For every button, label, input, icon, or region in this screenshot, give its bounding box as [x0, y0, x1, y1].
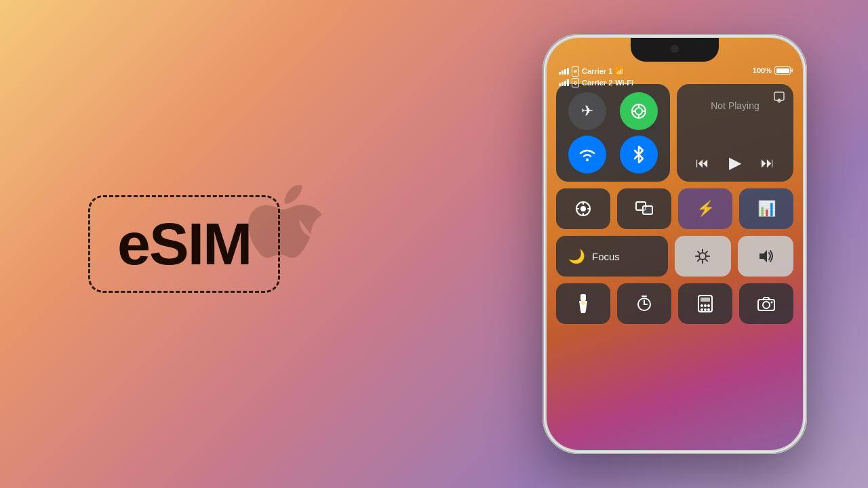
carrier1-row: e Carrier 1 📶	[559, 66, 633, 77]
phone-frame: e Carrier 1 📶 e Carrier 2 Wi-Fi	[542, 34, 807, 454]
svg-point-6	[586, 159, 589, 161]
esim-indicator-2: e	[572, 78, 579, 88]
svg-point-36	[701, 304, 703, 307]
svg-rect-13	[587, 208, 590, 209]
svg-marker-7	[776, 98, 782, 101]
carrier1-label: Carrier 1	[582, 67, 612, 75]
svg-point-44	[771, 302, 773, 304]
battery-icon	[774, 66, 791, 75]
focus-label: Focus	[592, 251, 620, 262]
control-center: ✈	[556, 84, 793, 441]
phone-notch	[631, 38, 719, 62]
signal-bar-c2-3	[564, 81, 566, 86]
svg-point-40	[704, 308, 707, 311]
carrier2-signal	[559, 79, 569, 86]
media-controls: ⏮ ▶ ⏭	[686, 153, 784, 172]
bluetooth-button[interactable]	[620, 136, 658, 174]
row-connectivity-media: ✈	[556, 84, 793, 182]
shortcut2-button[interactable]: 📊	[739, 188, 793, 229]
svg-point-16	[699, 253, 706, 260]
phone-screen: e Carrier 1 📶 e Carrier 2 Wi-Fi	[547, 38, 803, 450]
signal-bar-1	[559, 72, 561, 75]
battery-percent: 100%	[753, 66, 772, 75]
calculator-icon	[698, 295, 713, 312]
camera-icon	[757, 296, 775, 311]
svg-rect-26	[580, 294, 586, 301]
signal-bar-c2-1	[559, 83, 561, 86]
carrier2-label: Carrier 2	[582, 79, 612, 87]
svg-line-21	[698, 251, 699, 253]
signal-bar-2	[561, 70, 564, 75]
wifi-icon	[578, 147, 596, 162]
timer-button[interactable]	[617, 283, 671, 324]
screen-mirror-icon	[635, 201, 653, 216]
battery-fill	[776, 68, 789, 73]
svg-point-37	[704, 304, 707, 307]
row-focus-sliders: 🌙 Focus	[556, 236, 793, 277]
camera-button[interactable]	[739, 283, 793, 324]
esim-badge: eSIM	[88, 195, 280, 293]
screen-lock-button[interactable]	[556, 188, 610, 229]
shortcut1-button[interactable]: ⚡	[678, 188, 732, 229]
carrier2-wifi: Wi-Fi	[615, 79, 633, 87]
svg-line-23	[698, 260, 699, 261]
screen-lock-icon	[575, 201, 591, 217]
svg-point-1	[635, 108, 642, 115]
calculator-button[interactable]	[678, 283, 732, 324]
svg-rect-11	[583, 213, 584, 216]
flashlight-button[interactable]	[556, 283, 610, 324]
cellular-button[interactable]	[620, 92, 658, 130]
svg-point-9	[580, 206, 586, 211]
airplane-mode-button[interactable]: ✈	[568, 92, 606, 130]
svg-point-39	[701, 308, 703, 311]
signal-bar-c2-4	[567, 79, 569, 86]
timer-icon	[636, 296, 652, 312]
focus-button[interactable]: 🌙 Focus	[556, 236, 668, 277]
row-icons: ⚡ 📊	[556, 188, 793, 229]
svg-point-43	[763, 302, 770, 308]
brightness-button[interactable]	[675, 236, 731, 277]
svg-point-41	[707, 308, 710, 311]
not-playing-label: Not Playing	[686, 100, 784, 111]
carrier-info: e Carrier 1 📶 e Carrier 2 Wi-Fi	[559, 66, 633, 87]
wifi-indicator: 📶	[615, 67, 625, 76]
brightness-icon	[694, 248, 711, 264]
svg-point-29	[581, 301, 585, 305]
svg-point-38	[707, 304, 710, 307]
signal-bar-3	[564, 69, 566, 75]
shortcut2-icon: 📊	[757, 200, 776, 218]
esim-indicator-1: e	[572, 66, 579, 77]
forward-button[interactable]: ⏭	[761, 155, 774, 171]
svg-line-22	[706, 260, 707, 261]
airplay-icon[interactable]	[773, 91, 785, 106]
row-quick	[556, 283, 793, 324]
volume-button[interactable]	[738, 236, 794, 277]
svg-rect-35	[701, 298, 710, 302]
rewind-button[interactable]: ⏮	[696, 155, 709, 171]
shortcut1-icon: ⚡	[696, 200, 715, 218]
flashlight-icon	[576, 294, 590, 313]
cellular-icon	[630, 102, 648, 120]
carrier1-signal	[559, 68, 569, 75]
esim-label: eSIM	[117, 210, 251, 277]
signal-bar-4	[567, 68, 569, 75]
svg-marker-25	[760, 250, 767, 262]
svg-marker-28	[580, 310, 586, 313]
bluetooth-icon	[633, 146, 645, 163]
volume-icon	[757, 249, 774, 264]
carrier2-row: e Carrier 2 Wi-Fi	[559, 78, 633, 88]
wifi-button[interactable]	[568, 136, 606, 174]
connectivity-block: ✈	[556, 84, 670, 182]
airplane-icon: ✈	[581, 102, 593, 120]
svg-rect-10	[583, 202, 584, 205]
status-bar: e Carrier 1 📶 e Carrier 2 Wi-Fi	[559, 66, 791, 87]
screen-mirror-button[interactable]	[617, 188, 671, 229]
moon-icon: 🌙	[568, 248, 585, 264]
phone-container: e Carrier 1 📶 e Carrier 2 Wi-Fi	[542, 34, 807, 454]
battery-area: 100%	[753, 66, 791, 75]
svg-rect-12	[576, 208, 579, 209]
play-button[interactable]: ▶	[729, 153, 741, 172]
signal-bar-c2-2	[561, 82, 564, 86]
svg-rect-15	[643, 206, 652, 214]
svg-line-24	[706, 251, 707, 253]
